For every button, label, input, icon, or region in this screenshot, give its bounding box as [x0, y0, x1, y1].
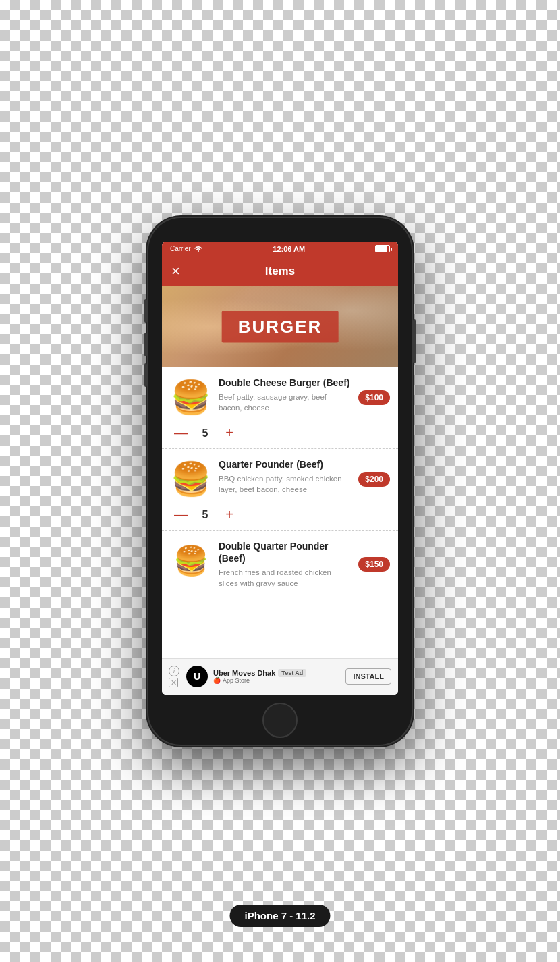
- ad-info-icon[interactable]: i: [169, 666, 179, 676]
- price-badge-2: $200: [358, 472, 390, 487]
- battery-fill: [376, 246, 387, 252]
- wifi-icon: [194, 246, 203, 252]
- burger-icon-3: 🍔: [170, 540, 212, 582]
- ad-store-label: App Store: [223, 677, 250, 684]
- apple-icon: 🍎: [213, 677, 221, 684]
- battery-icon: [375, 245, 390, 252]
- menu-item: 🍔 Double Cheese Burger (Beef) Beef patty…: [162, 367, 398, 449]
- ad-test-badge: Test Ad: [278, 669, 306, 677]
- menu-item-top: 🍔 Double Cheese Burger (Beef) Beef patty…: [170, 377, 390, 419]
- menu-item-2: 🍔 Quarter Pounder (Beef) BBQ chicken pat…: [162, 449, 398, 531]
- plus-button-1[interactable]: +: [221, 425, 237, 442]
- nav-bar: × Items: [162, 257, 398, 286]
- menu-item-top-2: 🍔 Quarter Pounder (Beef) BBQ chicken pat…: [170, 458, 390, 500]
- status-time: 12:06 AM: [273, 245, 305, 253]
- ad-close-icon[interactable]: ✕: [169, 678, 178, 687]
- price-badge-3: $150: [358, 557, 390, 572]
- burger-icon-1: 🍔: [170, 377, 212, 419]
- burger-icon-2: 🍔: [170, 458, 212, 500]
- phone-device: Carrier 12:06 AM × Items BURGER: [148, 218, 412, 745]
- minus-button-1[interactable]: —: [173, 425, 189, 442]
- menu-item-top-3: 🍔 Double Quarter Pounder (Beef) French f…: [170, 540, 390, 589]
- status-bar: Carrier 12:06 AM: [162, 242, 398, 257]
- item-name-2: Quarter Pounder (Beef): [219, 458, 352, 471]
- ad-app-name: Uber Moves Dhak: [213, 669, 275, 677]
- item-desc-1: Beef patty, sausage gravy, beef bacon, c…: [219, 392, 352, 413]
- device-label: iPhone 7 - 11.2: [229, 905, 330, 927]
- item-desc-2: BBQ chicken patty, smoked chicken layer,…: [219, 473, 352, 495]
- carrier-text: Carrier: [170, 245, 191, 252]
- ad-sub-text: 🍎 App Store: [213, 677, 340, 684]
- minus-button-2[interactable]: —: [173, 507, 189, 523]
- install-button[interactable]: INSTALL: [345, 668, 391, 685]
- uber-logo: U: [186, 666, 208, 687]
- menu-item-3: 🍔 Double Quarter Pounder (Beef) French f…: [162, 531, 398, 596]
- item-info-3: Double Quarter Pounder (Beef) French fri…: [219, 540, 352, 589]
- item-info-1: Double Cheese Burger (Beef) Beef patty, …: [219, 377, 352, 413]
- close-button[interactable]: ×: [171, 263, 180, 280]
- quantity-value-1: 5: [198, 427, 212, 439]
- ad-text-block: Uber Moves Dhak Test Ad 🍎 App Store: [213, 669, 340, 684]
- item-name-3: Double Quarter Pounder (Beef): [219, 540, 352, 564]
- item-desc-3: French fries and roasted chicken slices …: [219, 567, 352, 589]
- hero-label-text: BURGER: [238, 316, 323, 336]
- ad-banner: i ✕ U Uber Moves Dhak Test Ad 🍎 App Stor…: [162, 658, 398, 695]
- carrier-label: Carrier: [170, 245, 203, 252]
- quantity-row-2: — 5 +: [173, 507, 390, 523]
- hero-label-box: BURGER: [222, 311, 339, 342]
- phone-screen: Carrier 12:06 AM × Items BURGER: [162, 242, 398, 695]
- plus-button-2[interactable]: +: [221, 507, 237, 523]
- price-badge-1: $100: [358, 390, 390, 405]
- quantity-row-1: — 5 +: [173, 425, 390, 442]
- menu-list[interactable]: 🍔 Double Cheese Burger (Beef) Beef patty…: [162, 367, 398, 658]
- nav-title: Items: [265, 265, 295, 278]
- home-button[interactable]: [262, 703, 298, 738]
- hero-banner: BURGER: [162, 286, 398, 367]
- quantity-value-2: 5: [198, 509, 212, 521]
- item-name-1: Double Cheese Burger (Beef): [219, 377, 352, 389]
- item-info-2: Quarter Pounder (Beef) BBQ chicken patty…: [219, 458, 352, 495]
